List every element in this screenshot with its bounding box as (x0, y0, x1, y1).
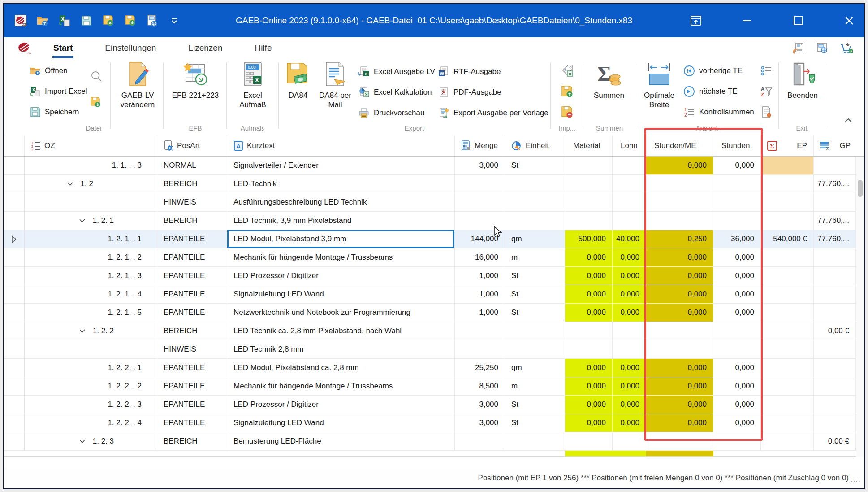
cell-ep[interactable] (761, 377, 814, 396)
row-marker-gutter[interactable] (4, 322, 25, 340)
cell-einheit[interactable] (505, 432, 565, 451)
cell-lohn[interactable] (613, 157, 646, 175)
table-row[interactable]: 1. 2. 1. . 1EPANTEILELED Modul, Pixelabs… (4, 230, 864, 248)
cell-gp[interactable] (814, 414, 856, 432)
cell-material[interactable]: 0,000 (565, 414, 613, 432)
sort-filter-button[interactable]: AZ (760, 85, 772, 98)
cell-stunden-me[interactable]: 0,000 (646, 359, 713, 377)
cell-gp[interactable]: 0,00 € (814, 322, 856, 340)
cell-menge[interactable]: 1,000 (455, 285, 505, 304)
cell-lohn[interactable] (613, 212, 646, 230)
cell-material[interactable] (565, 340, 613, 359)
cell-lohn[interactable] (613, 193, 646, 212)
cell-kurztext[interactable]: Signalverteiler / Extender (227, 157, 455, 175)
cell-ep[interactable] (761, 193, 814, 212)
cell-kurztext[interactable]: Signalzuleitung LED Wand (227, 414, 455, 432)
row-marker-gutter[interactable] (4, 175, 25, 193)
cell-einheit[interactable]: qm (505, 230, 565, 248)
cell-stunden[interactable]: 0,000 (713, 304, 761, 322)
cell-material[interactable] (565, 175, 613, 193)
cell-kurztext[interactable]: LED Modul, Pixelabstand ca. 2,8 mm (227, 359, 455, 377)
cell-menge[interactable]: 25,250 (455, 359, 505, 377)
cell-stunden[interactable]: 0,000 (713, 396, 761, 414)
cell-lohn[interactable] (613, 340, 646, 359)
cell-stunden-me[interactable] (646, 322, 713, 340)
cell-gp[interactable] (814, 340, 856, 359)
cell-stunden-me[interactable]: 0,000 (646, 157, 713, 175)
table-row[interactable]: 1. 2. 1. . 2EPANTEILEMechanik für hängen… (4, 248, 864, 267)
cell-gp[interactable] (814, 304, 856, 322)
cell-stunden[interactable] (713, 432, 761, 451)
export-web-icon[interactable] (146, 14, 159, 27)
cell-lohn[interactable] (613, 432, 646, 451)
close-button[interactable] (841, 12, 858, 29)
cell-kurztext[interactable]: LED-Technik (227, 175, 455, 193)
cell-posart[interactable]: EPANTEILE (157, 230, 227, 248)
column-header-material[interactable]: Material (565, 135, 613, 156)
cell-stunden[interactable]: 0,000 (713, 359, 761, 377)
cell-lohn[interactable]: 0,000 (613, 377, 646, 396)
cell-posart[interactable]: BEREICH (157, 212, 227, 230)
cell-oz[interactable]: 1. 1. . . 3 (25, 157, 157, 175)
cell-ep[interactable] (761, 175, 814, 193)
import-save-up-button[interactable] (561, 85, 574, 98)
cell-posart[interactable]: EPANTEILE (157, 304, 227, 322)
cell-stunden-me[interactable]: 0,000 (646, 304, 713, 322)
cell-posart[interactable]: EPANTEILE (157, 267, 227, 285)
cell-stunden-me[interactable] (646, 212, 713, 230)
cell-menge[interactable]: 1,000 (455, 267, 505, 285)
cell-oz[interactable] (25, 193, 157, 212)
cell-stunden[interactable]: 0,000 (713, 157, 761, 175)
cell-gp[interactable] (814, 377, 856, 396)
cell-posart[interactable]: EPANTEILE (157, 396, 227, 414)
cell-menge[interactable]: 3,000 (455, 157, 505, 175)
view-list-button[interactable] (760, 64, 772, 78)
cell-stunden-me[interactable]: 0,000 (646, 396, 713, 414)
cell-stunden[interactable]: 36,000 (713, 230, 761, 248)
cell-ep[interactable] (761, 267, 814, 285)
cell-oz[interactable]: 1. 2. 1 (25, 212, 157, 230)
kontrollsummen-button[interactable]: 12 Kontrollsummen (683, 105, 754, 119)
cell-oz[interactable]: 1. 2 (25, 175, 157, 193)
scrollbar-thumb[interactable] (858, 180, 863, 197)
cell-stunden[interactable] (713, 212, 761, 230)
row-marker-gutter[interactable] (4, 414, 25, 432)
column-header-lohn[interactable]: Lohn (613, 135, 646, 156)
cell-material[interactable] (565, 432, 613, 451)
cell-lohn[interactable]: 0,000 (613, 267, 646, 285)
row-marker-gutter[interactable] (4, 267, 25, 285)
import-save-del-button[interactable] (561, 105, 574, 119)
app-logo-small-icon[interactable]: 23 (17, 40, 32, 56)
cell-gp[interactable] (814, 157, 856, 175)
cell-oz[interactable]: 1. 2. 1. . 5 (25, 304, 157, 322)
cell-stunden-me[interactable] (646, 175, 713, 193)
cell-menge[interactable] (455, 193, 505, 212)
cell-lohn[interactable]: 0,000 (613, 285, 646, 304)
save-download-icon[interactable] (124, 14, 137, 27)
cell-kurztext[interactable]: Bemusterung LED-Fläche (227, 432, 455, 451)
row-marker-gutter[interactable] (4, 304, 25, 322)
cell-ep[interactable] (761, 396, 814, 414)
table-row[interactable]: 1. 1. . . 3NORMALSignalverteiler / Exten… (4, 157, 864, 175)
cell-stunden-me[interactable]: 0,000 (646, 377, 713, 396)
cell-einheit[interactable]: m (505, 248, 565, 267)
cell-material[interactable] (565, 322, 613, 340)
cell-gp[interactable] (814, 193, 856, 212)
cell-kurztext[interactable]: LED Modul, Pixelabstand 3,9 mm (227, 230, 455, 248)
cell-gp[interactable]: 77.760,... (814, 212, 856, 230)
cell-stunden[interactable]: 0,000 (713, 285, 761, 304)
table-row[interactable]: HINWEISAusführungsbeschreibung LED Techn… (4, 193, 864, 212)
table-row[interactable]: 1. 2. 1. . 4EPANTEILESignalzuleitung LED… (4, 285, 864, 304)
cell-kurztext[interactable]: Mechanik für hängende Montage / Trussbea… (227, 377, 455, 396)
cell-stunden-me[interactable] (646, 340, 713, 359)
cell-lohn[interactable]: 0,000 (613, 248, 646, 267)
row-marker-gutter[interactable] (4, 212, 25, 230)
cell-stunden[interactable] (713, 193, 761, 212)
web-browser-icon[interactable] (816, 41, 829, 55)
cell-oz[interactable]: 1. 2. 2. . 3 (25, 396, 157, 414)
cell-stunden[interactable]: 0,000 (713, 414, 761, 432)
column-header-posart[interactable]: PosArt (157, 135, 227, 156)
cell-menge[interactable] (455, 322, 505, 340)
cell-einheit[interactable]: St (505, 304, 565, 322)
cell-material[interactable]: 0,000 (565, 304, 613, 322)
